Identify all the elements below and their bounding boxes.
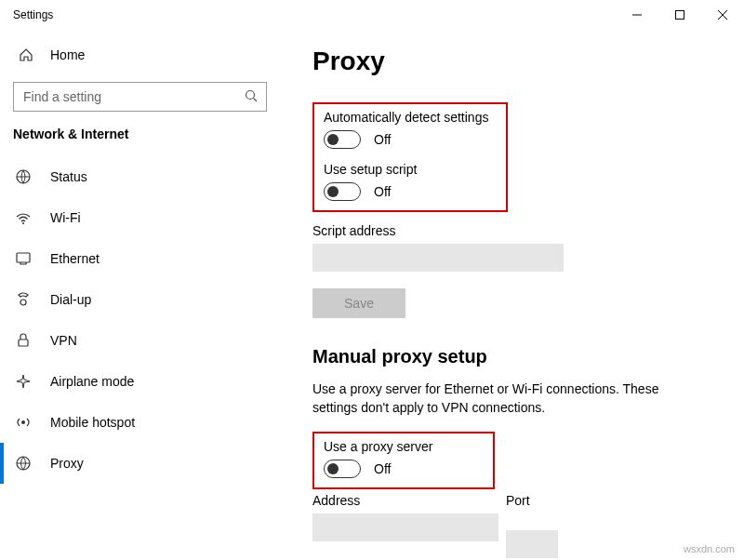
sidebar-item-hotspot[interactable]: Mobile hotspot	[0, 402, 280, 443]
save-button[interactable]: Save	[312, 288, 405, 318]
sidebar-item-label: Airplane mode	[50, 374, 134, 389]
status-icon	[15, 168, 32, 185]
minimize-icon	[632, 10, 642, 20]
sidebar-category: Network & Internet	[0, 127, 280, 156]
script-address-label: Script address	[312, 223, 712, 238]
svg-rect-4	[17, 253, 30, 262]
use-proxy-toggle[interactable]	[324, 460, 361, 478]
svg-rect-6	[19, 340, 28, 346]
dialup-icon	[15, 291, 32, 308]
manual-description: Use a proxy server for Ethernet or Wi-Fi…	[312, 380, 703, 417]
home-link[interactable]: Home	[0, 37, 280, 73]
sidebar-item-airplane[interactable]: Airplane mode	[0, 361, 280, 402]
sidebar: Home Find a setting Network & Internet S…	[0, 30, 281, 560]
sidebar-item-label: Wi-Fi	[50, 210, 81, 225]
sidebar-item-label: Mobile hotspot	[50, 415, 135, 430]
watermark: wsxdn.com	[684, 543, 735, 554]
address-label: Address	[312, 493, 506, 508]
use-script-label: Use setup script	[324, 162, 497, 177]
page-title: Proxy	[312, 47, 712, 76]
sidebar-item-vpn[interactable]: VPN	[0, 320, 280, 361]
svg-point-3	[22, 222, 24, 224]
sidebar-item-label: Dial-up	[50, 292, 91, 307]
use-proxy-state: Off	[374, 461, 391, 476]
auto-detect-state: Off	[374, 132, 391, 147]
home-icon	[19, 47, 33, 62]
highlight-box-auto: Automatically detect settings Off Use se…	[312, 102, 508, 212]
vpn-icon	[15, 332, 32, 349]
wifi-icon	[15, 209, 32, 226]
svg-point-7	[21, 420, 25, 424]
svg-point-1	[246, 90, 255, 99]
sidebar-item-label: Proxy	[50, 456, 84, 471]
sidebar-item-label: VPN	[50, 333, 77, 348]
content: Proxy Automatically detect settings Off …	[281, 30, 744, 560]
sidebar-item-proxy[interactable]: Proxy	[0, 443, 280, 484]
close-button[interactable]	[701, 0, 744, 30]
use-proxy-label: Use a proxy server	[324, 439, 484, 454]
sidebar-item-label: Status	[50, 169, 87, 184]
maximize-button[interactable]	[658, 0, 701, 30]
sidebar-item-wifi[interactable]: Wi-Fi	[0, 197, 280, 238]
sidebar-item-status[interactable]: Status	[0, 156, 280, 197]
title-bar: Settings	[0, 0, 744, 30]
maximize-icon	[675, 10, 684, 20]
search-placeholder: Find a setting	[23, 89, 101, 104]
airplane-icon	[15, 373, 32, 390]
ethernet-icon	[15, 250, 32, 267]
window-controls	[616, 0, 744, 30]
port-label: Port	[506, 493, 530, 508]
sidebar-item-dialup[interactable]: Dial-up	[0, 279, 280, 320]
close-icon	[718, 10, 727, 20]
manual-header: Manual proxy setup	[312, 346, 712, 367]
sidebar-item-label: Ethernet	[50, 251, 100, 266]
home-label: Home	[50, 47, 85, 62]
hotspot-icon	[15, 414, 32, 431]
proxy-icon	[15, 455, 32, 472]
svg-rect-0	[676, 11, 684, 20]
highlight-box-proxy: Use a proxy server Off	[312, 432, 495, 489]
sidebar-item-ethernet[interactable]: Ethernet	[0, 238, 280, 279]
script-address-input[interactable]	[312, 244, 564, 272]
use-script-toggle[interactable]	[324, 182, 361, 201]
minimize-button[interactable]	[616, 0, 658, 30]
auto-detect-toggle[interactable]	[324, 130, 361, 149]
use-script-state: Off	[374, 184, 391, 199]
address-input[interactable]	[312, 513, 498, 541]
svg-point-5	[20, 300, 26, 305]
window-title: Settings	[13, 8, 53, 21]
search-input[interactable]: Find a setting	[13, 82, 267, 112]
search-icon	[244, 88, 259, 106]
port-input[interactable]	[506, 530, 558, 558]
auto-detect-label: Automatically detect settings	[324, 110, 497, 125]
